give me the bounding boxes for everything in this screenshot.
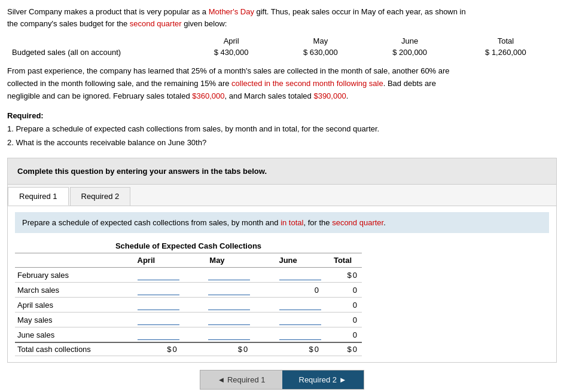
table-row: May sales 0 [15, 313, 362, 327]
total-may-dollar: $ [238, 345, 242, 354]
sales-budget-table: April May June Total Budgeted sales (all… [7, 35, 557, 58]
schedule-table-wrapper: Schedule of Expected Cash Collections Ap… [15, 239, 549, 356]
apr-may-input[interactable] [208, 299, 250, 310]
budgeted-june: $ 200,000 [365, 47, 455, 58]
total-total-dollar: $ [347, 345, 352, 354]
mar-may-input[interactable] [208, 284, 250, 295]
apr-april-input[interactable] [138, 299, 179, 310]
total-may-value: 0 [243, 345, 250, 354]
tabs-container: Required 1 Required 2 Prepare a schedule… [7, 185, 557, 363]
jun-april-input[interactable] [138, 329, 179, 340]
total-june-dollar: $ [309, 345, 313, 354]
schedule-title: Schedule of Expected Cash Collections [115, 241, 261, 250]
schedule-col-june: June [252, 253, 324, 268]
budgeted-may: $ 630,000 [276, 47, 365, 58]
body-text: From past experience, the company has le… [7, 65, 557, 102]
table-row: February sales $ 0 [15, 268, 362, 283]
table-row: March sales 0 0 [15, 283, 362, 298]
next-button[interactable]: Required 2 ► [282, 370, 364, 390]
jun-may-input[interactable] [208, 329, 250, 340]
tab-required-2[interactable]: Required 2 [70, 187, 131, 206]
schedule-col-total: Total [324, 253, 362, 268]
schedule-col-label [15, 253, 111, 268]
feb-june-input[interactable] [279, 270, 321, 280]
col-header-total: Total [455, 35, 557, 47]
row-label-february: February sales [15, 268, 111, 283]
mar-april-input[interactable] [138, 284, 179, 295]
total-april-dollar: $ [167, 345, 171, 354]
may-total-value: 0 [353, 316, 359, 324]
tab-description: Prepare a schedule of expected cash coll… [15, 212, 549, 234]
feb-total-dollar: $ [347, 271, 352, 280]
required-section: Required: 1. Prepare a schedule of expec… [7, 109, 557, 149]
total-april-value: 0 [172, 345, 179, 354]
budgeted-april: $ 430,000 [187, 47, 276, 58]
table-row: April sales 0 [15, 298, 362, 313]
mar-total-value: 0 [353, 286, 359, 295]
budgeted-total: $ 1,260,000 [455, 47, 557, 58]
tab-description-text: Prepare a schedule of expected cash coll… [22, 218, 386, 227]
row-label-budgeted-sales: Budgeted sales (all on account) [7, 47, 187, 58]
schedule-table: Schedule of Expected Cash Collections Ap… [15, 239, 362, 356]
mar-june-value: 0 [315, 286, 321, 295]
may-may-input[interactable] [208, 314, 250, 325]
schedule-col-may: May [182, 253, 253, 268]
row-label-june: June sales [15, 327, 111, 343]
prev-button[interactable]: ◄ Required 1 [200, 370, 282, 390]
jun-june-input[interactable] [279, 329, 321, 340]
schedule-col-april: April [111, 253, 182, 268]
row-label-april: April sales [15, 298, 111, 313]
navigation-buttons: ◄ Required 1 Required 2 ► [7, 363, 557, 392]
total-row: Total cash collections $ 0 $ 0 [15, 342, 362, 356]
instruction-box: Complete this question by entering your … [7, 158, 557, 185]
row-label-march: March sales [15, 283, 111, 298]
apr-june-input[interactable] [279, 299, 321, 310]
feb-april-input[interactable] [138, 270, 179, 280]
jun-total-value: 0 [353, 330, 359, 339]
may-june-input[interactable] [279, 314, 321, 325]
total-june-value: 0 [315, 345, 321, 354]
instruction-text: Complete this question by entering your … [17, 167, 547, 176]
feb-total-value: 0 [353, 271, 359, 280]
intro-paragraph: Silver Company makes a product that is v… [7, 6, 557, 29]
feb-may-input[interactable] [208, 270, 250, 280]
col-header-may: May [276, 35, 365, 47]
row-label-may: May sales [15, 313, 111, 327]
tab-row: Required 1 Required 2 [8, 185, 556, 206]
table-row: June sales 0 [15, 327, 362, 343]
total-total-value: 0 [353, 345, 359, 354]
apr-total-value: 0 [353, 301, 359, 310]
tab-required-1[interactable]: Required 1 [8, 187, 69, 206]
may-april-input[interactable] [138, 314, 179, 325]
col-header-april: April [187, 35, 276, 47]
col-header-june: June [365, 35, 455, 47]
tab-content: Prepare a schedule of expected cash coll… [8, 206, 556, 357]
total-row-label: Total cash collections [15, 342, 111, 356]
